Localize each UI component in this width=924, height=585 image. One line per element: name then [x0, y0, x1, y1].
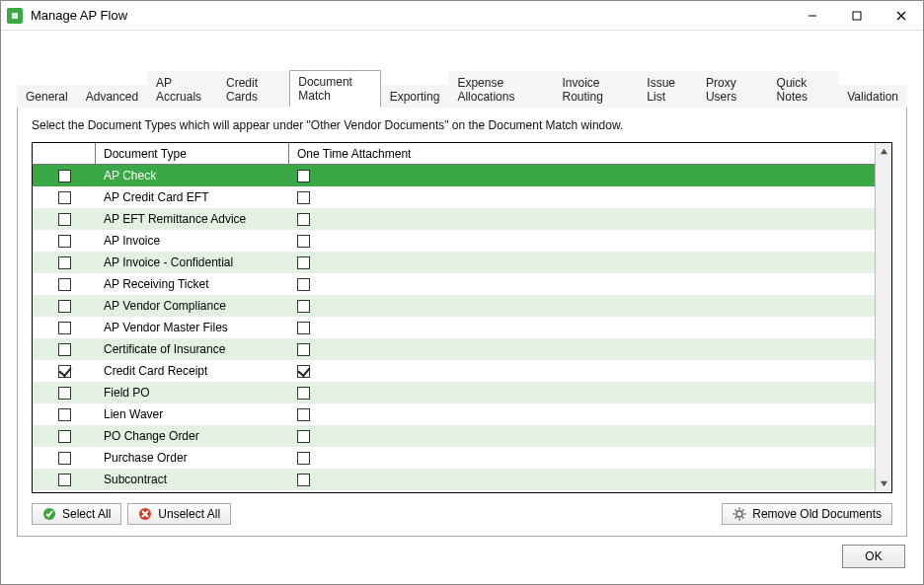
row-select-cell: [33, 300, 96, 313]
tab-quick-notes[interactable]: Quick Notes: [768, 71, 839, 108]
row-select-cell: [33, 474, 96, 486]
table-row[interactable]: Certificate of Insurance: [33, 338, 875, 360]
minimize-button[interactable]: [790, 1, 834, 31]
tab-exporting[interactable]: Exporting: [381, 85, 449, 108]
row-select-checkbox[interactable]: [58, 300, 71, 313]
table-row[interactable]: AP EFT Remittance Advice: [33, 208, 875, 230]
svg-line-18: [742, 517, 744, 519]
tab-invoice-routing[interactable]: Invoice Routing: [554, 71, 639, 108]
row-select-cell: [33, 452, 96, 465]
document-type-cell: PO Change Order: [96, 429, 289, 443]
col-header-select[interactable]: [33, 143, 96, 164]
one-time-attachment-checkbox[interactable]: [297, 387, 310, 400]
row-select-cell: [33, 213, 96, 226]
row-select-checkbox[interactable]: [58, 430, 71, 443]
one-time-attachment-checkbox[interactable]: [297, 256, 310, 269]
one-time-attachment-cell: [289, 474, 875, 486]
one-time-attachment-checkbox[interactable]: [297, 474, 310, 486]
one-time-attachment-checkbox[interactable]: [297, 430, 310, 443]
one-time-attachment-checkbox[interactable]: [297, 343, 310, 356]
tab-strip: GeneralAdvancedAP AccrualsCredit CardsDo…: [17, 82, 907, 108]
table-row[interactable]: Subcontract: [33, 469, 875, 490]
svg-line-17: [735, 510, 737, 512]
one-time-attachment-checkbox[interactable]: [297, 213, 310, 226]
unselect-all-button[interactable]: Unselect All: [127, 503, 231, 525]
document-type-cell: AP Invoice - Confidential: [96, 256, 289, 269]
row-select-checkbox[interactable]: [58, 343, 71, 356]
remove-old-documents-button[interactable]: Remove Old Documents: [722, 503, 892, 525]
row-select-cell: [33, 278, 96, 291]
table-row[interactable]: AP Invoice - Confidential: [33, 252, 875, 273]
titlebar: Manage AP Flow: [1, 1, 923, 31]
svg-rect-3: [853, 12, 861, 20]
svg-line-20: [735, 517, 737, 519]
row-select-cell: [33, 408, 96, 421]
table-row[interactable]: Field PO: [33, 382, 875, 403]
row-select-checkbox[interactable]: [58, 170, 71, 183]
document-type-cell: Lien Waver: [96, 407, 289, 421]
ok-button[interactable]: OK: [842, 545, 905, 568]
one-time-attachment-cell: [289, 213, 875, 226]
row-select-checkbox[interactable]: [58, 365, 71, 378]
row-select-checkbox[interactable]: [58, 235, 71, 248]
vertical-scrollbar[interactable]: [875, 143, 891, 492]
one-time-attachment-checkbox[interactable]: [297, 365, 310, 378]
table-row[interactable]: AP Vendor Master Files: [33, 317, 875, 338]
one-time-attachment-cell: [289, 278, 875, 291]
row-select-cell: [33, 365, 96, 378]
scroll-track[interactable]: [876, 160, 891, 475]
app-icon: [7, 8, 23, 24]
tab-general[interactable]: General: [17, 85, 77, 108]
one-time-attachment-checkbox[interactable]: [297, 191, 310, 204]
select-all-button[interactable]: Select All: [32, 503, 121, 525]
table-row[interactable]: Credit Card Receipt: [33, 360, 875, 382]
select-all-label: Select All: [62, 507, 111, 521]
one-time-attachment-cell: [289, 170, 875, 183]
tab-advanced[interactable]: Advanced: [77, 85, 147, 108]
tab-proxy-users[interactable]: Proxy Users: [697, 71, 768, 108]
tab-validation[interactable]: Validation: [838, 85, 907, 108]
one-time-attachment-checkbox[interactable]: [297, 452, 310, 465]
tab-document-match[interactable]: Document Match: [289, 70, 380, 108]
table-row[interactable]: AP Receiving Ticket: [33, 273, 875, 295]
tab-credit-cards[interactable]: Credit Cards: [217, 71, 289, 108]
row-select-checkbox[interactable]: [58, 452, 71, 465]
row-select-checkbox[interactable]: [58, 278, 71, 291]
one-time-attachment-checkbox[interactable]: [297, 235, 310, 248]
table-row[interactable]: Lien Waver: [33, 403, 875, 425]
table-row[interactable]: AP Invoice: [33, 230, 875, 252]
one-time-attachment-checkbox[interactable]: [297, 170, 310, 183]
table-row[interactable]: PO Change Order: [33, 425, 875, 447]
one-time-attachment-cell: [289, 430, 875, 443]
row-select-checkbox[interactable]: [58, 474, 71, 486]
one-time-attachment-cell: [289, 235, 875, 248]
tab-issue-list[interactable]: Issue List: [638, 71, 697, 108]
row-select-checkbox[interactable]: [58, 256, 71, 269]
scroll-up-button[interactable]: [876, 143, 891, 160]
row-select-checkbox[interactable]: [58, 408, 71, 421]
one-time-attachment-checkbox[interactable]: [297, 278, 310, 291]
row-select-checkbox[interactable]: [58, 387, 71, 400]
row-select-checkbox[interactable]: [58, 213, 71, 226]
col-header-one-time-attachment[interactable]: One Time Attachment: [289, 143, 875, 164]
table-row[interactable]: AP Credit Card EFT: [33, 186, 875, 208]
svg-marker-6: [880, 149, 886, 154]
tab-expense-allocations[interactable]: Expense Allocations: [448, 71, 553, 108]
table-row[interactable]: AP Vendor Compliance: [33, 295, 875, 317]
one-time-attachment-cell: [289, 452, 875, 465]
one-time-attachment-checkbox[interactable]: [297, 322, 310, 334]
maximize-button[interactable]: [834, 1, 879, 31]
scroll-down-button[interactable]: [876, 475, 891, 492]
row-select-checkbox[interactable]: [58, 191, 71, 204]
svg-rect-1: [12, 13, 18, 19]
gear-icon: [732, 507, 746, 521]
col-header-document-type[interactable]: Document Type: [96, 143, 289, 164]
row-select-checkbox[interactable]: [58, 322, 71, 334]
table-row[interactable]: Purchase Order: [33, 447, 875, 469]
tab-ap-accruals[interactable]: AP Accruals: [147, 71, 217, 108]
one-time-attachment-checkbox[interactable]: [297, 408, 310, 421]
one-time-attachment-checkbox[interactable]: [297, 300, 310, 313]
close-button[interactable]: [879, 1, 923, 31]
check-icon: [42, 507, 56, 521]
table-row[interactable]: AP Check: [33, 165, 875, 186]
